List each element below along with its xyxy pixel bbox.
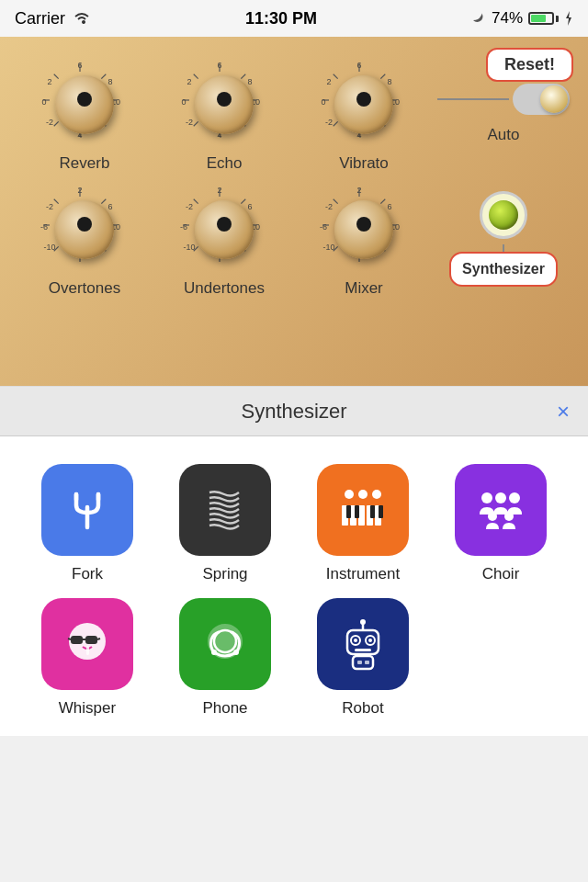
echo-knob[interactable]	[195, 75, 254, 134]
synthesizer-grid: Fork Spring	[0, 436, 588, 736]
synthesizer-toggle[interactable]	[480, 191, 527, 239]
svg-text:6: 6	[387, 202, 391, 211]
vibrato-knob-wrapper[interactable]: 6 2 8 0 10 -2 4	[318, 59, 410, 151]
svg-point-106	[488, 512, 497, 521]
svg-line-47	[54, 199, 59, 204]
svg-text:-2: -2	[325, 202, 333, 211]
svg-rect-126	[355, 649, 371, 651]
svg-point-92	[358, 490, 368, 499]
synth-item-robot[interactable]: Robot	[298, 598, 428, 718]
svg-line-78	[380, 199, 385, 204]
wifi-icon	[73, 11, 91, 26]
svg-text:2: 2	[326, 77, 331, 86]
svg-point-91	[345, 490, 354, 499]
svg-text:-2: -2	[325, 118, 333, 127]
mixer-knob-container: 2 -2 6 -6 10 -10 Mixer	[294, 176, 434, 301]
svg-line-75	[334, 199, 338, 204]
svg-line-19	[194, 121, 198, 126]
svg-line-20	[241, 74, 245, 79]
svg-text:8: 8	[387, 77, 391, 86]
vibrato-label: Vibrato	[339, 154, 389, 173]
synthesizer-title: Synthesizer	[242, 400, 347, 424]
mixer-knob[interactable]	[334, 200, 393, 259]
choir-label: Choir	[482, 565, 520, 583]
phone-label: Phone	[202, 699, 247, 718]
svg-rect-129	[365, 661, 369, 664]
fork-svg	[59, 481, 116, 538]
reverb-label: Reverb	[60, 154, 110, 173]
svg-text:6: 6	[107, 202, 112, 211]
svg-point-120	[360, 619, 366, 625]
spring-svg	[197, 481, 254, 538]
svg-point-93	[372, 490, 381, 499]
status-right: 74%	[471, 9, 573, 28]
synthesizer-toggle-container: Synthesizer	[434, 176, 573, 301]
svg-text:0: 0	[181, 97, 186, 107]
svg-point-104	[495, 492, 506, 503]
fork-icon	[41, 464, 133, 556]
svg-rect-114	[86, 646, 89, 655]
svg-text:6: 6	[356, 61, 361, 70]
instrument-icon	[317, 464, 409, 556]
synth-item-phone[interactable]: Phone	[160, 598, 290, 718]
carrier-label: Carrier	[15, 9, 65, 28]
svg-line-50	[101, 199, 106, 204]
synth-item-instrument[interactable]: Instrument	[298, 464, 428, 583]
mixer-knob-dot	[356, 217, 371, 232]
echo-knob-dot	[217, 92, 232, 107]
svg-text:8: 8	[107, 77, 112, 86]
svg-text:-2: -2	[46, 118, 53, 127]
undertones-knob-container: 2 -2 6 -6 10 -10 Undertones	[154, 176, 294, 301]
reverb-knob[interactable]	[55, 75, 114, 134]
synth-item-fork[interactable]: Fork	[22, 464, 153, 583]
svg-text:0: 0	[321, 97, 325, 107]
reset-button[interactable]: Reset!	[486, 48, 573, 82]
svg-rect-99	[346, 505, 351, 518]
reverb-knob-dot	[77, 92, 92, 107]
knobs-grid: 6 2 8 0 10 -2 4 Reverb	[15, 51, 573, 301]
overtones-knob-wrapper[interactable]: 2 -2 6 -6 10 -10	[39, 184, 130, 276]
svg-text:-2: -2	[186, 118, 193, 127]
auto-toggle[interactable]	[513, 84, 570, 115]
fork-label: Fork	[72, 565, 103, 583]
svg-rect-109	[71, 636, 83, 644]
mixer-knob-wrapper[interactable]: 2 -2 6 -6 10 -10	[318, 184, 410, 276]
synthesizer-close-button[interactable]: ×	[557, 399, 570, 424]
svg-rect-128	[357, 661, 362, 664]
choir-svg	[472, 481, 529, 538]
auto-label: Auto	[488, 126, 520, 144]
svg-rect-127	[353, 656, 373, 669]
svg-line-64	[241, 199, 245, 204]
spring-icon	[179, 464, 271, 556]
svg-line-5	[101, 74, 106, 79]
robot-label: Robot	[342, 699, 383, 718]
svg-line-4	[54, 121, 59, 126]
svg-text:6: 6	[217, 61, 221, 70]
svg-rect-102	[379, 505, 383, 518]
echo-label: Echo	[207, 154, 243, 173]
synthesizer-button[interactable]: Synthesizer	[449, 252, 558, 287]
svg-text:8: 8	[247, 77, 252, 86]
whisper-icon	[41, 598, 133, 690]
svg-text:6: 6	[77, 61, 82, 70]
synth-item-spring[interactable]: Spring	[160, 464, 290, 583]
svg-text:0: 0	[41, 97, 46, 107]
echo-knob-wrapper[interactable]: 6 2 8 0 10 -2 4	[178, 59, 270, 151]
undertones-knob[interactable]	[195, 200, 254, 259]
synth-item-choir[interactable]: Choir	[435, 464, 566, 583]
reverb-knob-wrapper[interactable]: 6 2 8 0 10 -2 4	[39, 59, 130, 151]
overtones-knob[interactable]	[55, 200, 114, 259]
undertones-knob-wrapper[interactable]: 2 -2 6 -6 10 -10	[178, 184, 270, 276]
robot-svg	[334, 616, 391, 673]
whisper-svg	[59, 616, 116, 673]
svg-line-113	[97, 639, 100, 639]
svg-line-34	[334, 121, 338, 126]
charging-icon	[564, 11, 573, 26]
synth-item-whisper[interactable]: Whisper	[22, 598, 153, 718]
overtones-label: Overtones	[49, 279, 120, 298]
synthesizer-panel: Synthesizer × Fork	[0, 386, 588, 736]
svg-text:-2: -2	[46, 202, 53, 211]
vibrato-knob[interactable]	[334, 75, 393, 134]
moon-icon	[471, 11, 486, 26]
overtones-knob-container: 2 -2 6 -6 10 -10 Overtones	[15, 176, 154, 301]
